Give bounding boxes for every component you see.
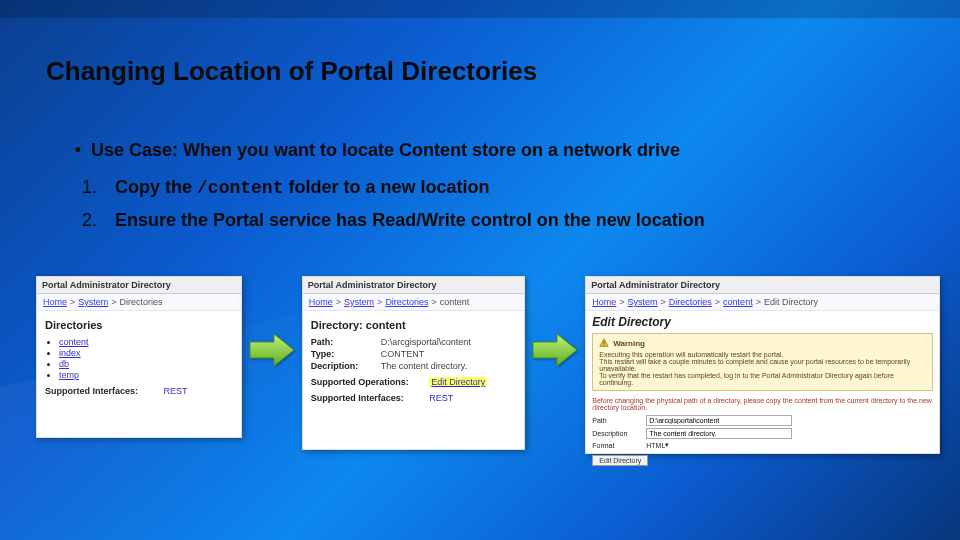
label-description: Decription:	[311, 361, 381, 371]
crumb-system[interactable]: System	[78, 297, 108, 307]
crumb-home[interactable]: Home	[309, 297, 333, 307]
form-row-path: Path	[592, 415, 933, 426]
section-heading: Directory: content	[311, 319, 516, 331]
crumb-current: Directories	[120, 297, 163, 307]
form-row-description: Description	[592, 428, 933, 439]
supported-label: Supported Interfaces:	[45, 386, 161, 396]
breadcrumb: Home>System>Directories>content>Edit Dir…	[586, 294, 939, 311]
panel-title-bar: Portal Administrator Directory	[586, 277, 939, 294]
format-value[interactable]: HTML	[646, 442, 665, 449]
crumb-current: content	[440, 297, 470, 307]
supported-value[interactable]: REST	[429, 393, 453, 403]
value-path: D:\arcgisportal\content	[381, 337, 471, 347]
crumb-directories[interactable]: Directories	[385, 297, 428, 307]
dir-link-index[interactable]: index	[59, 348, 81, 358]
directory-list: content index db temp	[59, 337, 233, 380]
edit-directory-link[interactable]: Edit Directory	[429, 377, 487, 387]
panel-directory-content: Portal Administrator Directory Home>Syst…	[302, 276, 525, 450]
panel-title-bar: Portal Administrator Directory	[37, 277, 241, 294]
warning-icon	[599, 338, 609, 348]
breadcrumb: Home>System>Directories	[37, 294, 241, 311]
dir-link-db[interactable]: db	[59, 359, 69, 369]
slide-body: • Use Case: When you want to locate Cont…	[70, 140, 914, 243]
copy-notice: Before changing the physical path of a d…	[592, 397, 933, 411]
step-2: 2. Ensure the Portal service has Read/Wr…	[82, 210, 914, 231]
panel-edit-directory: Portal Administrator Directory Home>Syst…	[585, 276, 940, 454]
warning-line: To verify that the restart has completed…	[599, 372, 926, 386]
form-row-format: Format HTML ▾	[592, 441, 933, 449]
panels-row: Portal Administrator Directory Home>Syst…	[36, 276, 940, 454]
step-number: 1.	[82, 177, 110, 198]
crumb-directories[interactable]: Directories	[669, 297, 712, 307]
step-text-before: Copy the	[115, 177, 197, 197]
slide: Changing Location of Portal Directories …	[0, 0, 960, 540]
page-title: Changing Location of Portal Directories	[46, 56, 537, 87]
row-type: Type:CONTENT	[311, 349, 516, 359]
crumb-content[interactable]: content	[723, 297, 753, 307]
panel-title-bar: Portal Administrator Directory	[303, 277, 524, 294]
crumb-system[interactable]: System	[628, 297, 658, 307]
label-path: Path	[592, 417, 646, 424]
crumb-current: Edit Directory	[764, 297, 818, 307]
step-text-after: folder to a new location	[283, 177, 489, 197]
use-case-label: Use Case:	[91, 140, 178, 160]
label-type: Type:	[311, 349, 381, 359]
supported-interfaces: Supported Interfaces: REST	[45, 386, 233, 396]
ops-label: Supported Operations:	[311, 377, 427, 387]
warning-title: Warning	[613, 339, 645, 348]
section-heading: Edit Directory	[592, 315, 933, 329]
step-text: Ensure the Portal service has Read/Write…	[115, 210, 705, 230]
use-case-bullet: • Use Case: When you want to locate Cont…	[70, 140, 914, 161]
svg-rect-1	[604, 345, 605, 346]
supported-label: Supported Interfaces:	[311, 393, 427, 403]
supported-operations: Supported Operations: Edit Directory	[311, 377, 516, 387]
step-number: 2.	[82, 210, 110, 231]
step-code: /content	[197, 178, 283, 198]
crumb-home[interactable]: Home	[43, 297, 67, 307]
value-type: CONTENT	[381, 349, 425, 359]
label-description: Description	[592, 430, 646, 437]
supported-value[interactable]: REST	[164, 386, 188, 396]
chevron-down-icon: ▾	[665, 441, 669, 449]
svg-rect-0	[604, 341, 605, 344]
crumb-home[interactable]: Home	[592, 297, 616, 307]
arrow-icon	[248, 330, 296, 370]
label-path: Path:	[311, 337, 381, 347]
breadcrumb: Home>System>Directories>content	[303, 294, 524, 311]
warning-line: Executing this operation will automatica…	[599, 351, 926, 358]
arrow-icon	[531, 330, 579, 370]
value-description: The content directory.	[381, 361, 467, 371]
bullet-dot: •	[70, 140, 86, 161]
use-case-text: When you want to locate Content store on…	[178, 140, 680, 160]
step-1: 1. Copy the /content folder to a new loc…	[82, 177, 914, 198]
warning-line: This restart will take a couple minutes …	[599, 358, 926, 372]
path-field[interactable]	[646, 415, 792, 426]
steps-list: 1. Copy the /content folder to a new loc…	[70, 177, 914, 231]
crumb-system[interactable]: System	[344, 297, 374, 307]
section-heading: Directories	[45, 319, 233, 331]
warning-box: Warning Executing this operation will au…	[592, 333, 933, 391]
label-format: Format	[592, 442, 646, 449]
row-description: Decription:The content directory.	[311, 361, 516, 371]
dir-link-content[interactable]: content	[59, 337, 89, 347]
edit-directory-button[interactable]: Edit Directory	[592, 455, 648, 466]
supported-interfaces: Supported Interfaces: REST	[311, 393, 516, 403]
panel-directories: Portal Administrator Directory Home>Syst…	[36, 276, 242, 438]
dir-link-temp[interactable]: temp	[59, 370, 79, 380]
description-field[interactable]	[646, 428, 792, 439]
row-path: Path:D:\arcgisportal\content	[311, 337, 516, 347]
